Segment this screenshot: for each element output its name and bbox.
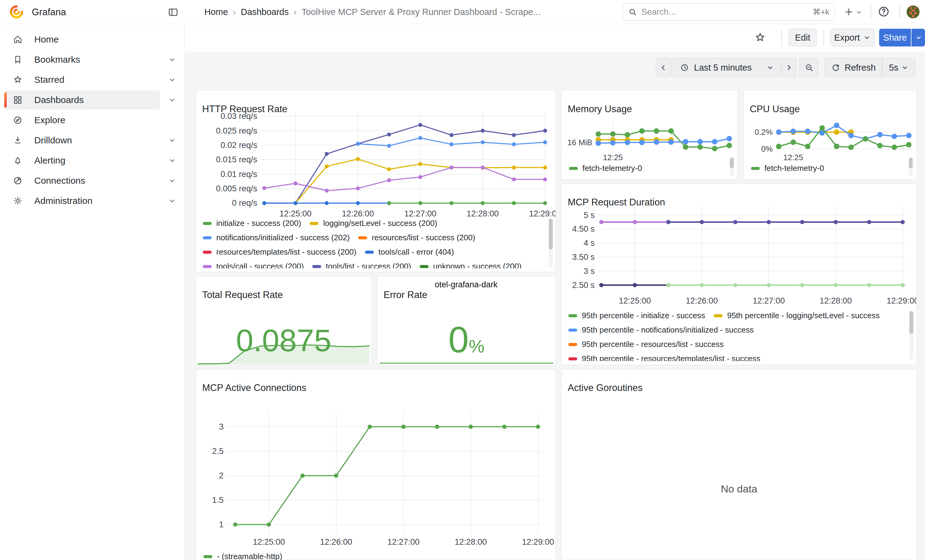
no-data-message: No data [562, 483, 916, 495]
svg-text:12:28:00: 12:28:00 [455, 537, 487, 546]
sidebar-item-label: Dashboards [34, 95, 84, 105]
chevron-down-icon[interactable] [168, 96, 176, 104]
favorite-star-icon[interactable] [754, 32, 766, 44]
panel-mcp-request-duration[interactable]: MCP Request Duration 2.50 s3 s3.50 s4 s4… [561, 183, 917, 365]
sidebar-toggle-icon[interactable] [168, 7, 179, 18]
cpu-usage-chart[interactable]: 0%0.2%12:25 [744, 90, 916, 163]
legend-item[interactable]: logging/setLevel - success (200) [310, 218, 437, 228]
legend-scrollbar[interactable] [549, 218, 553, 267]
panel-active-goroutines[interactable]: Active Goroutines No data [561, 369, 917, 560]
http-request-rate-chart[interactable]: 0 req/s0.005 req/s0.01 req/s0.015 req/s0… [196, 90, 556, 219]
drilldown-icon [13, 135, 23, 145]
chevron-down-icon[interactable] [168, 197, 176, 205]
add-icon[interactable] [844, 7, 854, 17]
legend-label: logging/setLevel - success (200) [323, 219, 437, 228]
legend-color-chip [358, 236, 367, 239]
compass-icon [13, 115, 23, 125]
share-chevron-down-icon [914, 34, 922, 42]
refresh-button[interactable]: Refresh [825, 58, 882, 77]
legend-scrollbar[interactable] [730, 156, 734, 176]
sidebar-item-starred[interactable]: Starred [4, 70, 180, 89]
legend-color-chip [203, 222, 212, 225]
sidebar-item-administration[interactable]: Administration [4, 191, 180, 210]
legend-color-chip [751, 167, 760, 170]
share-button[interactable]: Share [879, 29, 911, 47]
sidebar-item-alerting[interactable]: Alerting [4, 151, 180, 170]
svg-text:1.5: 1.5 [212, 495, 224, 504]
panel-cpu-usage[interactable]: CPU Usage 0%0.2%12:25 fetch-telemetry-0 [743, 90, 917, 179]
legend-color-chip [203, 236, 212, 239]
chevron-down-icon[interactable] [168, 156, 176, 165]
zoom-out-button[interactable] [800, 58, 818, 77]
breadcrumb-item[interactable]: ToolHive MCP Server & Proxy Runner Dashb… [301, 7, 541, 17]
legend-item[interactable]: tools/list - success (200) [312, 261, 411, 269]
svg-text:12:25:00: 12:25:00 [619, 296, 651, 305]
clock-icon [680, 63, 689, 72]
svg-text:0.03 req/s: 0.03 req/s [220, 111, 257, 121]
legend-item[interactable]: fetch-telemetry-0 [751, 163, 824, 173]
legend-scrollbar[interactable] [909, 156, 913, 176]
legend-item[interactable]: 95th percentile - logging/setLevel - suc… [714, 311, 880, 321]
panel-title: Total Request Rate [202, 290, 283, 300]
mcp-active-connections-chart[interactable]: 11.522.5312:25:0012:26:0012:27:0012:28:0… [196, 369, 556, 549]
sidebar-item-connections[interactable]: Connections [4, 171, 180, 190]
avatar[interactable] [906, 5, 920, 19]
legend-color-chip [568, 314, 577, 317]
breadcrumb-item[interactable]: Home [204, 7, 228, 17]
svg-text:4.50 s: 4.50 s [572, 224, 595, 234]
grafana-logo-icon[interactable] [9, 4, 24, 20]
mcp-request-duration-chart[interactable]: 2.50 s3 s3.50 s4 s4.50 s5 s12:25:0012:26… [562, 184, 916, 310]
svg-text:12:26:00: 12:26:00 [342, 209, 374, 218]
svg-text:2.50 s: 2.50 s [572, 281, 595, 290]
legend-item[interactable]: resources/templates/list - success (200) [203, 247, 356, 257]
legend-scrollbar[interactable] [909, 311, 913, 359]
legend-item[interactable]: unknown - success (200) [420, 261, 521, 269]
legend-item[interactable]: resources/list - success (200) [358, 233, 475, 243]
panel-http-request-rate[interactable]: HTTP Request Rate 0 req/s0.005 req/s0.01… [196, 90, 556, 272]
legend-item[interactable]: notifications/initialized - success (202… [203, 233, 350, 243]
legend-item[interactable]: tools/call - error (404) [365, 247, 454, 257]
legend-item[interactable]: initialize - success (200) [203, 218, 301, 228]
breadcrumb-item[interactable]: Dashboards [241, 7, 288, 17]
legend-item[interactable]: fetch-telemetry-0 [569, 163, 642, 173]
sidebar-item-explore[interactable]: Explore [4, 111, 180, 130]
panel-total-request-rate[interactable]: Total Request Rate 0.0875 [196, 276, 372, 365]
svg-text:12:25:00: 12:25:00 [279, 209, 311, 218]
chevron-down-icon[interactable] [168, 75, 176, 84]
search-input[interactable]: Search... ⌘+k [623, 3, 835, 21]
legend-item[interactable]: 95th percentile - initialize - success [568, 311, 705, 321]
sidebar-item-drilldown[interactable]: Drilldown [4, 131, 180, 150]
legend-item[interactable]: 95th percentile - resources/templates/li… [568, 354, 761, 361]
legend-item[interactable]: - (streamable-http) [203, 551, 282, 560]
sidebar-item-dashboards[interactable]: Dashboards [4, 90, 180, 110]
sidebar-item-bookmarks[interactable]: Bookmarks [4, 50, 180, 69]
panel-memory-usage[interactable]: Memory Usage 16 MiB12:25 fetch-telemetry… [561, 90, 738, 179]
time-forward-button[interactable] [781, 58, 797, 77]
legend-item[interactable]: 95th percentile - resources/list - succe… [568, 339, 724, 349]
share-chevron-button[interactable] [911, 29, 925, 47]
svg-text:0.015 req/s: 0.015 req/s [216, 155, 257, 164]
memory-usage-chart[interactable]: 16 MiB12:25 [562, 90, 738, 163]
refresh-interval-picker[interactable]: 5s [883, 58, 915, 77]
chevron-down-icon[interactable] [168, 176, 176, 185]
chevron-down-icon[interactable] [168, 136, 176, 144]
svg-text:12:29:00: 12:29:00 [529, 209, 556, 218]
export-button[interactable]: Export [830, 29, 875, 47]
time-back-button[interactable] [656, 58, 671, 77]
legend-item[interactable]: 95th percentile - notifications/initiali… [568, 325, 754, 335]
legend-label: 95th percentile - initialize - success [582, 311, 705, 320]
time-range-picker[interactable]: Last 5 minutes [672, 58, 780, 77]
svg-text:4 s: 4 s [584, 239, 595, 248]
legend-label: tools/call - error (404) [378, 247, 454, 257]
svg-text:12:25:00: 12:25:00 [253, 537, 285, 546]
total-request-rate-value: 0.0875 [196, 323, 371, 359]
legend-item[interactable]: tools/call - success (200) [203, 261, 304, 269]
edit-button[interactable]: Edit [789, 29, 817, 47]
sidebar-item-home[interactable]: Home [4, 30, 180, 49]
chevron-down-icon[interactable] [168, 56, 176, 64]
panel-mcp-active-connections[interactable]: MCP Active Connections 11.522.5312:25:00… [196, 369, 556, 560]
help-icon[interactable] [877, 5, 890, 18]
add-chevron-down-icon[interactable] [855, 9, 863, 16]
svg-text:0.005 req/s: 0.005 req/s [216, 184, 257, 193]
svg-text:12:29:00: 12:29:00 [522, 537, 554, 546]
